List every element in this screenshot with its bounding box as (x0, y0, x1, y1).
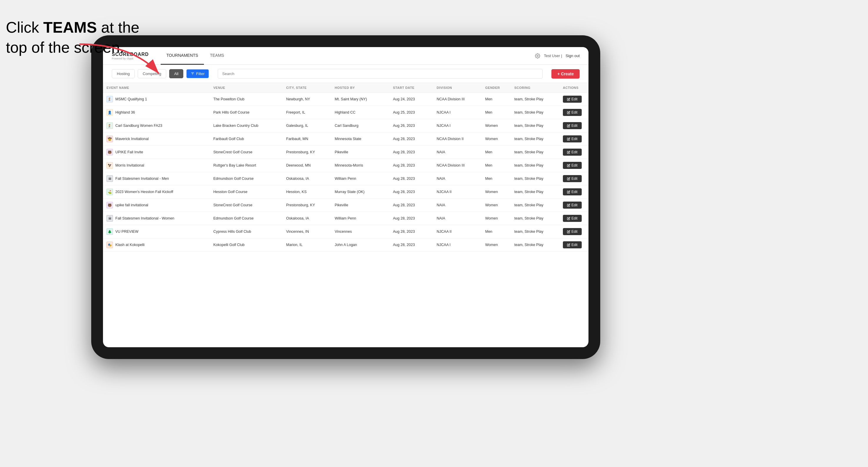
cell-hosted-10: Vincennes (331, 225, 390, 238)
cell-date-8: Aug 28, 2023 (390, 199, 433, 212)
cell-division-8: NAIA (433, 199, 482, 212)
edit-icon (567, 124, 570, 127)
cell-scoring-9: team, Stroke Play (511, 212, 559, 225)
table-row: 🤠 Maverick Invitational Faribault Golf C… (103, 132, 588, 146)
cell-venue-3: Faribault Golf Club (210, 132, 283, 146)
cell-actions-0: Edit (559, 93, 588, 106)
search-input[interactable] (218, 69, 542, 79)
gear-icon[interactable] (535, 53, 540, 59)
create-button[interactable]: + Create (551, 69, 580, 79)
cell-city-0: Newburgh, NY (283, 93, 331, 106)
cell-event-name-5: 🦅 Morris Invitational (103, 159, 210, 172)
cell-venue-6: Edmundson Golf Course (210, 172, 283, 185)
table-row: 👤 Highland 36 Park Hills Golf Course Fre… (103, 106, 588, 119)
cell-city-1: Freeport, IL (283, 106, 331, 119)
cell-gender-3: Women (482, 132, 511, 146)
cell-city-7: Hesston, KS (283, 185, 331, 199)
cell-division-4: NAIA (433, 146, 482, 159)
edit-icon (567, 151, 570, 154)
edit-button-2[interactable]: Edit (563, 122, 582, 129)
cell-date-9: Aug 28, 2023 (390, 212, 433, 225)
cell-scoring-4: team, Stroke Play (511, 146, 559, 159)
cell-division-11: NJCAA I (433, 238, 482, 252)
edit-button-8[interactable]: Edit (563, 201, 582, 209)
edit-button-7[interactable]: Edit (563, 188, 582, 195)
cell-event-name-4: 🐻 UPIKE Fall Invite (103, 146, 210, 159)
cell-city-5: Deerwood, MN (283, 159, 331, 172)
cell-scoring-11: team, Stroke Play (511, 238, 559, 252)
th-scoring: SCORING (511, 83, 559, 93)
cell-actions-9: Edit (559, 212, 588, 225)
cell-city-6: Oskaloosa, IA (283, 172, 331, 185)
filter-button[interactable]: Filter (186, 69, 209, 78)
cell-gender-2: Women (482, 119, 511, 132)
cell-venue-5: Ruttger's Bay Lake Resort (210, 159, 283, 172)
cell-hosted-7: Murray State (OK) (331, 185, 390, 199)
cell-scoring-1: team, Stroke Play (511, 106, 559, 119)
cell-scoring-6: team, Stroke Play (511, 172, 559, 185)
nav-links: TOURNAMENTS TEAMS (161, 47, 535, 65)
cell-event-name-9: 🏛 Fall Statesmen Invitational - Women (103, 212, 210, 225)
cell-actions-5: Edit (559, 159, 588, 172)
th-division: DIVISION (433, 83, 482, 93)
cell-gender-1: Men (482, 106, 511, 119)
table-row: 🏌 Carl Sandburg Women FA23 Lake Bracken … (103, 119, 588, 132)
cell-venue-11: Kokopelli Golf Club (210, 238, 283, 252)
cell-division-10: NJCAA II (433, 225, 482, 238)
cell-division-1: NJCAA I (433, 106, 482, 119)
cell-actions-1: Edit (559, 106, 588, 119)
cell-gender-7: Women (482, 185, 511, 199)
cell-actions-10: Edit (559, 225, 588, 238)
cell-venue-8: StoneCrest Golf Course (210, 199, 283, 212)
svg-point-1 (537, 55, 538, 57)
edit-button-9[interactable]: Edit (563, 215, 582, 222)
cell-date-3: Aug 28, 2023 (390, 132, 433, 146)
cell-division-0: NCAA Division III (433, 93, 482, 106)
cell-scoring-8: team, Stroke Play (511, 199, 559, 212)
edit-button-3[interactable]: Edit (563, 135, 582, 143)
nav-right: Test User | Sign out (535, 53, 580, 59)
cell-hosted-0: Mt. Saint Mary (NY) (331, 93, 390, 106)
cell-hosted-2: Carl Sandburg (331, 119, 390, 132)
cell-venue-4: StoneCrest Golf Course (210, 146, 283, 159)
cell-gender-8: Women (482, 199, 511, 212)
cell-venue-10: Cypress Hills Golf Club (210, 225, 283, 238)
nav-bar: SCOREBOARD Powered by clippit TOURNAMENT… (103, 47, 588, 65)
tablet-screen: SCOREBOARD Powered by clippit TOURNAMENT… (103, 47, 588, 347)
cell-hosted-5: Minnesota-Morris (331, 159, 390, 172)
cell-scoring-7: team, Stroke Play (511, 185, 559, 199)
edit-button-1[interactable]: Edit (563, 109, 582, 116)
cell-date-6: Aug 28, 2023 (390, 172, 433, 185)
th-start-date: START DATE (390, 83, 433, 93)
cell-actions-11: Edit (559, 238, 588, 252)
edit-button-6[interactable]: Edit (563, 175, 582, 182)
edit-button-11[interactable]: Edit (563, 241, 582, 248)
edit-button-4[interactable]: Edit (563, 149, 582, 156)
cell-event-name-6: 🏛 Fall Statesmen Invitational - Men (103, 172, 210, 185)
table-row: 🏛 Fall Statesmen Invitational - Men Edmu… (103, 172, 588, 185)
cell-gender-4: Men (482, 146, 511, 159)
cell-gender-0: Men (482, 93, 511, 106)
cell-venue-1: Park Hills Golf Course (210, 106, 283, 119)
edit-icon (567, 137, 570, 141)
signout-link[interactable]: Sign out (565, 54, 580, 58)
cell-scoring-5: team, Stroke Play (511, 159, 559, 172)
table-row: 🐻 upike fall invitational StoneCrest Gol… (103, 199, 588, 212)
nav-teams[interactable]: TEAMS (204, 47, 230, 65)
cell-event-name-3: 🤠 Maverick Invitational (103, 132, 210, 146)
edit-icon (567, 204, 570, 207)
cell-scoring-3: team, Stroke Play (511, 132, 559, 146)
edit-icon (567, 164, 570, 167)
cell-hosted-1: Highland CC (331, 106, 390, 119)
tournaments-table: EVENT NAME VENUE CITY, STATE HOSTED BY S… (103, 83, 588, 252)
cell-division-9: NAIA (433, 212, 482, 225)
edit-button-10[interactable]: Edit (563, 228, 582, 235)
cell-city-8: Prestonsburg, KY (283, 199, 331, 212)
cell-scoring-0: team, Stroke Play (511, 93, 559, 106)
user-label: Test User | (544, 54, 562, 58)
table-row: 🌲 VU PREVIEW Cypress Hills Golf Club Vin… (103, 225, 588, 238)
cell-date-10: Aug 28, 2023 (390, 225, 433, 238)
edit-button-5[interactable]: Edit (563, 162, 582, 169)
edit-button-0[interactable]: Edit (563, 96, 582, 103)
edit-icon (567, 190, 570, 194)
